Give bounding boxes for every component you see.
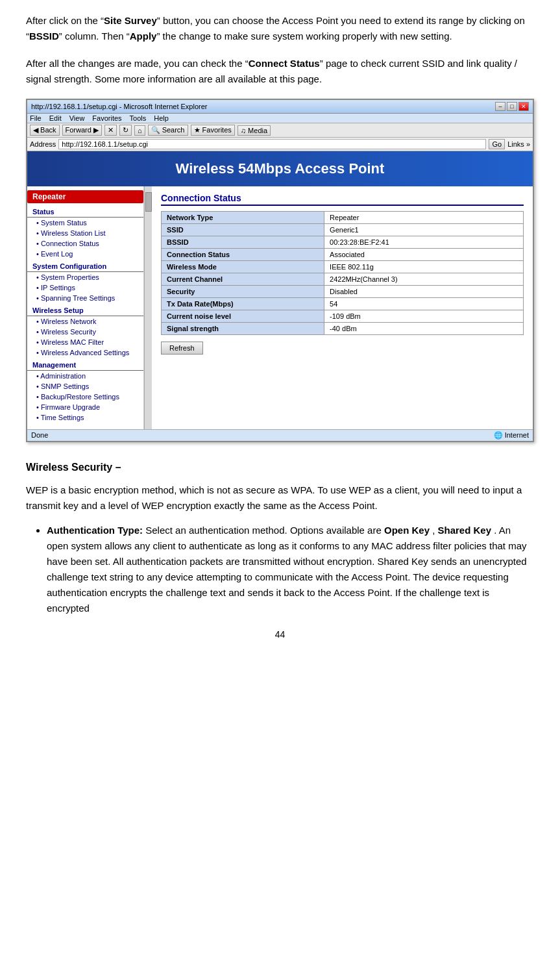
table-row: Current Channel 2422MHz(Channel 3) xyxy=(162,273,524,286)
apply-bold: Apply xyxy=(130,31,157,42)
home-button[interactable]: ⌂ xyxy=(134,125,145,136)
sidebar-item-backup-restore[interactable]: Backup/Restore Settings xyxy=(27,392,143,402)
intro-section: After click on the “Site Survey” button,… xyxy=(26,13,534,87)
browser-menu: File Edit View Favorites Tools Help xyxy=(27,114,533,123)
sidebar-group-mgmt: Management xyxy=(27,358,143,371)
browser-statusbar: Done 🌐 Internet xyxy=(27,429,533,441)
table-row: Signal strength -40 dBm xyxy=(162,323,524,335)
connect-status-bold: Connect Status xyxy=(249,58,320,69)
table-cell-value: 54 xyxy=(324,298,524,310)
sidebar-item-time-settings[interactable]: Time Settings xyxy=(27,412,143,423)
table-cell-label: Current noise level xyxy=(162,310,324,323)
sidebar-item-ip-settings[interactable]: IP Settings xyxy=(27,282,143,293)
open-key-bold: Open Key xyxy=(384,525,430,536)
statusbar-left: Done xyxy=(31,431,48,440)
sidebar-scrollbar[interactable] xyxy=(144,186,152,429)
page-number: 44 xyxy=(26,629,534,640)
browser-title: http://192.168.1.1/setup.cgi - Microsoft… xyxy=(31,103,207,110)
table-cell-value: IEEE 802.11g xyxy=(324,261,524,273)
table-row: Wireless Mode IEEE 802.11g xyxy=(162,261,524,273)
menu-favorites[interactable]: Favorites xyxy=(92,114,121,122)
sidebar-item-system-status[interactable]: System Status xyxy=(27,218,143,228)
bssid-bold: BSSID xyxy=(29,31,59,42)
address-bar: Address Go Links » xyxy=(27,138,533,151)
links-label: Links » xyxy=(507,140,530,148)
table-cell-value: -40 dBm xyxy=(324,323,524,335)
bullet-auth-type: Authentication Type: Select an authentic… xyxy=(47,523,534,616)
sidebar-active-item[interactable]: Repeater xyxy=(27,190,143,203)
table-cell-value: Repeater xyxy=(324,212,524,224)
sidebar-group-sysconfig: System Configuration xyxy=(27,259,143,272)
favorites-button[interactable]: ★ Favorites xyxy=(191,125,235,136)
table-cell-label: BSSID xyxy=(162,236,324,249)
sidebar-item-wireless-mac-filter[interactable]: Wireless MAC Filter xyxy=(27,337,143,347)
sidebar-item-wireless-network[interactable]: Wireless Network xyxy=(27,316,143,327)
intro-para1: After click on the “Site Survey” button,… xyxy=(26,13,534,44)
address-label: Address xyxy=(30,140,56,148)
sidebar-item-connection-status[interactable]: Connection Status xyxy=(27,238,143,249)
menu-tools[interactable]: Tools xyxy=(130,114,147,122)
refresh-button[interactable]: ↻ xyxy=(119,125,132,136)
table-cell-value: -109 dBm xyxy=(324,310,524,323)
back-button[interactable]: ◀ Back xyxy=(30,125,60,136)
media-button[interactable]: ♫ Media xyxy=(237,125,271,136)
table-row: Current noise level -109 dBm xyxy=(162,310,524,323)
go-button[interactable]: Go xyxy=(489,139,505,149)
sidebar: Repeater Status System Status Wireless S… xyxy=(27,186,144,429)
address-input[interactable] xyxy=(58,139,486,149)
stop-button[interactable]: ✕ xyxy=(104,125,117,136)
search-button[interactable]: 🔍 Search xyxy=(148,125,188,136)
wireless-security-heading: Wireless Security – xyxy=(26,462,534,473)
sidebar-item-wireless-station-list[interactable]: Wireless Station List xyxy=(27,228,143,238)
forward-button[interactable]: Forward ▶ xyxy=(62,125,102,136)
connection-status-table: Network Type Repeater SSID Generic1 BSSI… xyxy=(161,211,524,335)
table-cell-label: Connection Status xyxy=(162,249,324,261)
table-cell-value: Associated xyxy=(324,249,524,261)
table-cell-label: SSID xyxy=(162,224,324,236)
table-cell-label: Security xyxy=(162,286,324,298)
sidebar-group-wireless: Wireless Setup xyxy=(27,303,143,316)
refresh-button-page[interactable]: Refresh xyxy=(161,342,203,355)
menu-help[interactable]: Help xyxy=(154,114,169,122)
auth-type-bold: Authentication Type: xyxy=(47,525,143,536)
intro-para2: After all the changes are made, you can … xyxy=(26,56,534,87)
table-row: SSID Generic1 xyxy=(162,224,524,236)
table-row: Network Type Repeater xyxy=(162,212,524,224)
sidebar-item-snmp-settings[interactable]: SNMP Settings xyxy=(27,381,143,392)
table-row: Connection Status Associated xyxy=(162,249,524,261)
minimize-button[interactable]: – xyxy=(495,102,505,111)
sidebar-item-event-log[interactable]: Event Log xyxy=(27,249,143,259)
menu-edit[interactable]: Edit xyxy=(49,114,62,122)
table-row: BSSID 00:23:28:BE:F2:41 xyxy=(162,236,524,249)
sidebar-item-system-properties[interactable]: System Properties xyxy=(27,272,143,282)
sidebar-item-firmware-upgrade[interactable]: Firmware Upgrade xyxy=(27,402,143,412)
table-cell-value: Disabled xyxy=(324,286,524,298)
table-cell-value: Generic1 xyxy=(324,224,524,236)
table-cell-label: Wireless Mode xyxy=(162,261,324,273)
page-header-title: Wireless 54Mbps Access Point xyxy=(176,160,385,177)
sidebar-item-administration[interactable]: Administration xyxy=(27,371,143,381)
table-cell-label: Network Type xyxy=(162,212,324,224)
table-cell-label: Current Channel xyxy=(162,273,324,286)
wireless-security-para1: WEP is a basic encryption method, which … xyxy=(26,482,534,514)
table-cell-label: Tx Data Rate(Mbps) xyxy=(162,298,324,310)
connection-status-title: Connection Status xyxy=(161,193,524,206)
bullet-rest-text: . An open system allows any client to au… xyxy=(47,525,527,614)
page-header: Wireless 54Mbps Access Point xyxy=(27,151,533,186)
comma-span: , xyxy=(432,525,437,536)
menu-file[interactable]: File xyxy=(30,114,42,122)
sidebar-item-wireless-advanced[interactable]: Wireless Advanced Settings xyxy=(27,347,143,358)
scroll-thumb[interactable] xyxy=(145,192,152,212)
shared-key-bold: Shared Key xyxy=(438,525,492,536)
wireless-security-bullets: Authentication Type: Select an authentic… xyxy=(47,523,534,616)
maximize-button[interactable]: □ xyxy=(507,102,517,111)
menu-view[interactable]: View xyxy=(69,114,85,122)
table-cell-label: Signal strength xyxy=(162,323,324,335)
table-row: Security Disabled xyxy=(162,286,524,298)
sidebar-item-wireless-security[interactable]: Wireless Security xyxy=(27,327,143,337)
browser-content: Repeater Status System Status Wireless S… xyxy=(27,186,533,429)
sidebar-item-spanning-tree[interactable]: Spanning Tree Settings xyxy=(27,293,143,303)
close-button[interactable]: ✕ xyxy=(518,102,529,111)
statusbar-right: 🌐 Internet xyxy=(494,431,529,440)
table-cell-value: 00:23:28:BE:F2:41 xyxy=(324,236,524,249)
